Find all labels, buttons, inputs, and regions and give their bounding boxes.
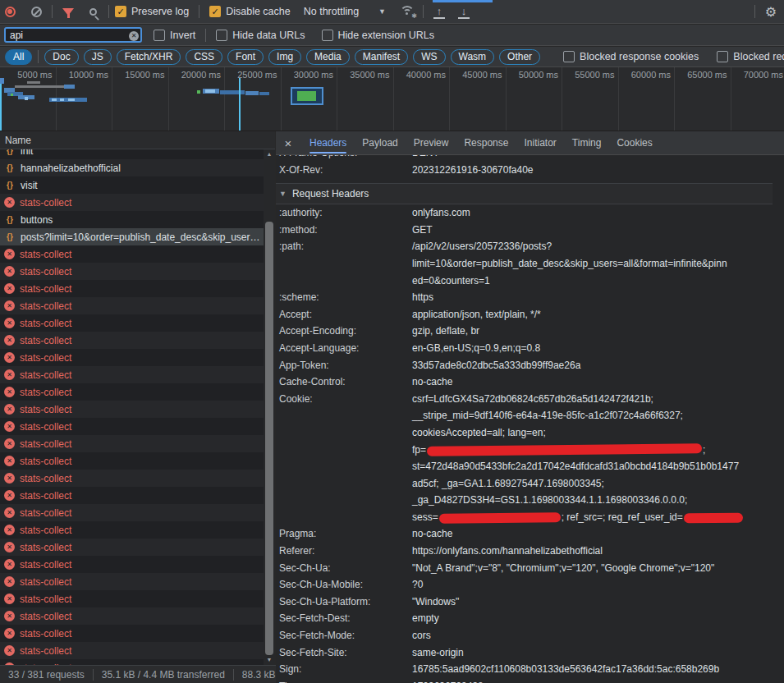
- search-button[interactable]: [83, 2, 103, 21]
- request-name: init: [21, 149, 33, 157]
- filter-pill-img[interactable]: Img: [268, 49, 301, 65]
- request-row[interactable]: ✕stats-collect: [0, 659, 264, 665]
- tab-headers[interactable]: Headers: [309, 131, 346, 155]
- header-value: 1703636799438: [412, 678, 484, 683]
- import-har-button[interactable]: ↑: [429, 2, 449, 21]
- name-column-header[interactable]: Name: [0, 131, 275, 149]
- checkbox-unchecked-icon: [717, 51, 728, 62]
- request-row[interactable]: ✕stats-collect: [0, 470, 264, 487]
- header-value: /api2/v2/users/20572336/posts?limit=10&o…: [412, 238, 727, 289]
- request-row[interactable]: ✕stats-collect: [0, 521, 264, 539]
- request-row[interactable]: ✕stats-collect: [0, 263, 264, 280]
- preserve-log-checkbox[interactable]: ✓ Preserve log: [115, 6, 189, 17]
- disclosure-triangle-icon: ▼: [279, 190, 287, 198]
- request-row[interactable]: ✕stats-collect: [0, 349, 264, 366]
- request-row[interactable]: ✕stats-collect: [0, 504, 264, 521]
- filter-pill-font[interactable]: Font: [227, 49, 264, 65]
- tab-response[interactable]: Response: [464, 131, 508, 155]
- clear-filter-icon[interactable]: ✕: [129, 31, 139, 41]
- clear-icon: [31, 7, 42, 17]
- clear-button[interactable]: [26, 2, 46, 21]
- request-row[interactable]: ✕stats-collect: [0, 487, 264, 504]
- filter-pill-js[interactable]: JS: [84, 49, 112, 65]
- network-conditions-button[interactable]: ✱: [397, 2, 417, 21]
- disable-cache-checkbox[interactable]: ✓ Disable cache: [209, 6, 291, 17]
- filter-pill-media[interactable]: Media: [306, 49, 350, 65]
- filter-pill-wasm[interactable]: Wasm: [451, 49, 495, 65]
- request-row[interactable]: ✕stats-collect: [0, 401, 264, 418]
- timeline-tick: 50000 ms: [507, 67, 563, 131]
- filter-pill-doc[interactable]: Doc: [44, 49, 78, 65]
- request-row[interactable]: ✕stats-collect: [0, 625, 264, 642]
- tab-payload[interactable]: Payload: [362, 131, 397, 155]
- blocked-requests-checkbox[interactable]: Blocked requests: [717, 51, 784, 62]
- request-name: visit: [21, 180, 38, 191]
- request-row[interactable]: {}visit: [0, 176, 264, 194]
- filter-pill-manifest[interactable]: Manifest: [355, 49, 408, 65]
- tab-timing[interactable]: Timing: [572, 131, 602, 155]
- xhr-icon: {}: [4, 232, 16, 241]
- header-name: Time:: [276, 678, 412, 683]
- tab-cookies[interactable]: Cookies: [617, 131, 652, 155]
- filter-pill-ws[interactable]: WS: [413, 49, 445, 65]
- request-row[interactable]: {}init: [0, 149, 264, 159]
- error-icon: ✕: [4, 283, 15, 294]
- waterfall-bar: [25, 97, 28, 100]
- request-row[interactable]: ✕stats-collect: [0, 452, 264, 470]
- request-row[interactable]: ✕stats-collect: [0, 556, 264, 573]
- throttling-dropdown[interactable]: No throttling ▼: [304, 6, 386, 17]
- header-value: onlyfans.com: [412, 204, 470, 222]
- filter-pill-all[interactable]: All: [5, 49, 32, 65]
- request-row[interactable]: ✕stats-collect: [0, 539, 264, 556]
- tab-initiator[interactable]: Initiator: [524, 131, 556, 155]
- request-row[interactable]: ✕stats-collect: [0, 573, 264, 590]
- scroll-up-icon[interactable]: ▲: [264, 149, 275, 159]
- waterfall-bar: [245, 91, 259, 95]
- error-icon: ✕: [4, 300, 15, 311]
- error-icon: ✕: [4, 352, 15, 363]
- header-row: Cache-Control:no-cache: [276, 374, 773, 391]
- waterfall-bar: [52, 99, 57, 101]
- export-har-button[interactable]: ↓: [454, 2, 474, 21]
- request-row[interactable]: ✕stats-collect: [0, 642, 264, 659]
- filter-input[interactable]: [4, 27, 142, 43]
- request-row[interactable]: {}posts?limit=10&order=publish_date_desc…: [0, 228, 264, 245]
- close-details-button[interactable]: ×: [282, 136, 294, 150]
- request-row[interactable]: ✕stats-collect: [0, 607, 264, 625]
- request-list-scrollbar[interactable]: ▲ ▼: [264, 149, 275, 665]
- request-row[interactable]: ✕stats-collect: [0, 280, 264, 297]
- request-row[interactable]: ✕stats-collect: [0, 297, 264, 314]
- invert-checkbox[interactable]: Invert: [154, 30, 195, 41]
- hide-extension-urls-checkbox[interactable]: Hide extension URLs: [322, 30, 434, 41]
- filter-toggle-button[interactable]: [58, 2, 78, 21]
- request-row[interactable]: {}buttons: [0, 211, 264, 228]
- request-row[interactable]: ✕stats-collect: [0, 332, 264, 349]
- request-row[interactable]: ✕stats-collect: [0, 590, 264, 607]
- request-headers-section[interactable]: ▼ Request Headers: [276, 184, 773, 204]
- request-row[interactable]: {}hannahelizabethofficial: [0, 159, 264, 176]
- hide-data-urls-checkbox[interactable]: Hide data URLs: [216, 30, 305, 41]
- request-row[interactable]: ✕stats-collect: [0, 366, 264, 383]
- scroll-down-icon[interactable]: ▼: [264, 655, 275, 665]
- blocked-response-cookies-checkbox[interactable]: Blocked response cookies: [563, 51, 699, 62]
- error-icon: ✕: [4, 266, 15, 277]
- request-row[interactable]: ✕stats-collect: [0, 435, 264, 452]
- filter-pill-css[interactable]: CSS: [186, 49, 222, 65]
- request-row[interactable]: ✕stats-collect: [0, 418, 264, 435]
- record-button[interactable]: [0, 2, 20, 21]
- request-name: stats-collect: [20, 369, 71, 381]
- request-row[interactable]: ✕stats-collect: [0, 383, 264, 401]
- request-row[interactable]: ✕stats-collect: [0, 194, 264, 211]
- tab-preview[interactable]: Preview: [414, 131, 449, 155]
- header-row: Accept-Language:en-GB,en-US;q=0.9,en;q=0…: [276, 340, 773, 357]
- settings-button[interactable]: ⚙: [761, 2, 781, 21]
- scrollbar-thumb[interactable]: [265, 222, 273, 655]
- request-row[interactable]: ✕stats-collect: [0, 314, 264, 332]
- waterfall-bar: [259, 92, 269, 95]
- filter-pill-other[interactable]: Other: [499, 49, 540, 65]
- header-name: Referer:: [276, 543, 412, 560]
- request-name: stats-collect: [20, 318, 71, 329]
- network-overview-timeline[interactable]: 5000 ms10000 ms15000 ms20000 ms25000 ms3…: [0, 67, 784, 131]
- request-row[interactable]: ✕stats-collect: [0, 245, 264, 263]
- filter-pill-fetch-xhr[interactable]: Fetch/XHR: [117, 49, 181, 65]
